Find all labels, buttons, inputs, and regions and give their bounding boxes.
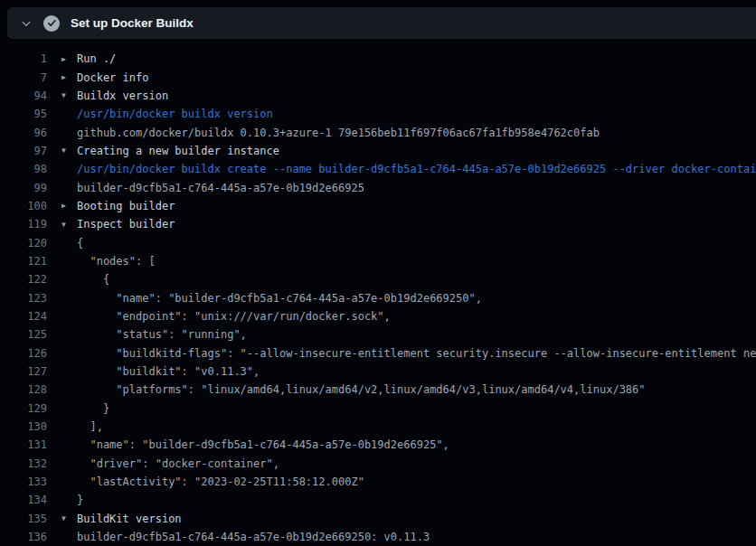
log-text: "lastActivity": "2023-02-25T11:58:12.000…: [61, 475, 364, 488]
line-number[interactable]: 94: [0, 89, 47, 102]
log-text: Docker info: [77, 71, 148, 84]
log-text: /usr/bin/docker buildx version: [61, 108, 273, 120]
log-line: 122 {: [0, 270, 756, 288]
line-number[interactable]: 124: [0, 310, 47, 323]
log-text: {: [61, 237, 83, 249]
log-text: "name": "builder-d9cfb5a1-c764-445a-a57e…: [61, 292, 482, 305]
disclosure-triangle-icon[interactable]: ▼: [61, 514, 77, 522]
log-line[interactable]: 94 ▼Buildx version: [0, 87, 756, 105]
disclosure-triangle-icon[interactable]: ▼: [61, 146, 77, 155]
log-line: 128 "platforms": "linux/amd64,linux/amd6…: [0, 381, 756, 399]
line-number[interactable]: 95: [0, 108, 47, 120]
log-line: 96 github.com/docker/buildx 0.10.3+azure…: [0, 123, 756, 141]
log-text: {: [61, 273, 109, 286]
log-text: "buildkit": "v0.11.3",: [61, 365, 260, 378]
disclosure-triangle-icon[interactable]: ▼: [61, 221, 77, 229]
log-line: 98 /usr/bin/docker buildx create --name …: [0, 160, 756, 178]
log-text: Creating a new builder instance: [77, 145, 279, 157]
log-text: BuildKit version: [77, 513, 182, 525]
log-line: 133 "lastActivity": "2023-02-25T11:58:12…: [0, 473, 756, 491]
line-number[interactable]: 135: [0, 513, 47, 525]
line-number[interactable]: 98: [0, 163, 47, 175]
log-text: "driver": "docker-container",: [61, 457, 279, 470]
log-text: "platforms": "linux/amd64,linux/amd64/v2…: [61, 383, 646, 396]
log-line[interactable]: 135 ▼BuildKit version: [0, 510, 756, 528]
log-text: Run ./: [77, 52, 116, 65]
line-number[interactable]: 119: [0, 218, 47, 231]
line-number[interactable]: 1: [0, 52, 47, 65]
log-line[interactable]: 100 ▶Booting builder: [0, 197, 756, 215]
log-text: /usr/bin/docker buildx create --name bui…: [61, 163, 756, 175]
actions-log-viewer: Set up Docker Buildx 1 ▶Run ./ 7 ▶Docker…: [0, 7, 756, 546]
log-text: Booting builder: [77, 200, 175, 212]
log-line: 124 "endpoint": "unix:///var/run/docker.…: [0, 307, 756, 325]
line-number[interactable]: 99: [0, 182, 47, 194]
log-line[interactable]: 97 ▼Creating a new builder instance: [0, 142, 756, 160]
log-line: 134 }: [0, 491, 756, 509]
line-number[interactable]: 132: [0, 457, 47, 470]
log-line[interactable]: 7 ▶Docker info: [0, 68, 756, 86]
log-line: 121 "nodes": [: [0, 252, 756, 270]
step-title: Set up Docker Buildx: [71, 16, 194, 30]
line-number[interactable]: 7: [0, 71, 47, 84]
log-text: Buildx version: [77, 89, 168, 102]
line-number[interactable]: 129: [0, 402, 47, 415]
log-text: "endpoint": "unix:///var/run/docker.sock…: [61, 310, 391, 323]
log-line: 99 builder-d9cfb5a1-c764-445a-a57e-0b19d…: [0, 178, 756, 196]
log-text: "buildkitd-flags": "--allow-insecure-ent…: [61, 347, 756, 360]
line-number[interactable]: 122: [0, 273, 47, 286]
log-line: 127 "buildkit": "v0.11.3",: [0, 362, 756, 381]
log-container: 1 ▶Run ./ 7 ▶Docker info 94 ▼Buildx vers…: [0, 39, 756, 546]
disclosure-triangle-icon[interactable]: ▶: [61, 55, 77, 63]
log-text: Inspect builder: [77, 218, 175, 231]
line-number[interactable]: 133: [0, 475, 47, 488]
line-number[interactable]: 120: [0, 237, 47, 249]
log-line: 136 builder-d9cfb5a1-c764-445a-a57e-0b19…: [0, 528, 756, 546]
log-text: builder-d9cfb5a1-c764-445a-a57e-0b19d2e6…: [61, 182, 364, 194]
log-line: 95 /usr/bin/docker buildx version: [0, 105, 756, 123]
log-text: ],: [61, 420, 103, 433]
log-text: }: [61, 494, 83, 506]
log-line: 123 "name": "builder-d9cfb5a1-c764-445a-…: [0, 288, 756, 306]
log-line[interactable]: 119 ▼Inspect builder: [0, 215, 756, 233]
log-line: 130 ],: [0, 418, 756, 436]
chevron-down-icon[interactable]: [19, 16, 33, 31]
line-number[interactable]: 131: [0, 438, 47, 451]
line-number[interactable]: 97: [0, 145, 47, 157]
log-line: 126 "buildkitd-flags": "--allow-insecure…: [0, 344, 756, 362]
log-line: 125 "status": "running",: [0, 325, 756, 344]
success-check-icon: [43, 15, 60, 32]
log-text: "status": "running",: [61, 328, 247, 341]
disclosure-triangle-icon[interactable]: ▶: [61, 73, 77, 81]
log-text: builder-d9cfb5a1-c764-445a-a57e-0b19d2e6…: [61, 531, 430, 543]
line-number[interactable]: 121: [0, 255, 47, 268]
log-text: }: [61, 402, 109, 415]
line-number[interactable]: 130: [0, 420, 47, 433]
log-line: 120 {: [0, 233, 756, 251]
log-line: 129 }: [0, 400, 756, 418]
disclosure-triangle-icon[interactable]: ▶: [61, 202, 77, 210]
line-number[interactable]: 136: [0, 531, 47, 543]
line-number[interactable]: 123: [0, 292, 47, 305]
log-line: 131 "name": "builder-d9cfb5a1-c764-445a-…: [0, 436, 756, 454]
log-text: "nodes": [: [61, 255, 156, 268]
line-number[interactable]: 96: [0, 127, 47, 139]
line-number[interactable]: 134: [0, 494, 47, 506]
log-line: 132 "driver": "docker-container",: [0, 455, 756, 473]
step-header[interactable]: Set up Docker Buildx: [7, 7, 756, 39]
log-text: github.com/docker/buildx 0.10.3+azure-1 …: [61, 127, 600, 139]
disclosure-triangle-icon[interactable]: ▼: [61, 91, 77, 99]
log-line[interactable]: 1 ▶Run ./: [0, 50, 756, 68]
line-number[interactable]: 126: [0, 347, 47, 360]
log-text: "name": "builder-d9cfb5a1-c764-445a-a57e…: [61, 438, 449, 451]
line-number[interactable]: 128: [0, 383, 47, 396]
line-number[interactable]: 125: [0, 328, 47, 341]
line-number[interactable]: 127: [0, 365, 47, 378]
line-number[interactable]: 100: [0, 200, 47, 212]
